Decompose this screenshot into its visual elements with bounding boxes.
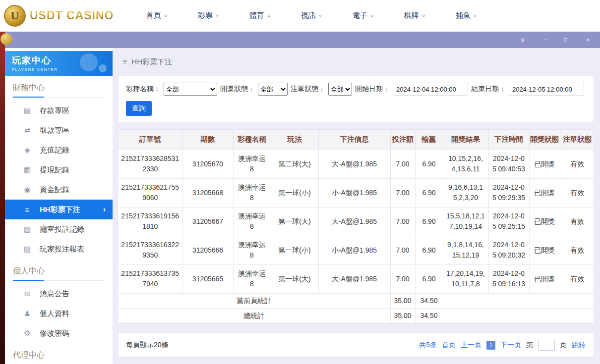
next-page-link[interactable]: 下一页 [500, 341, 521, 350]
table-cell: 小-A盤@1.985 [318, 178, 390, 207]
sidebar-item-announcements[interactable]: ✉消息公告 [5, 284, 113, 304]
table-cell: 17,20,14,19,10,11,7,8 [443, 264, 488, 293]
chevron-down-icon: ∨ [318, 13, 322, 18]
sidebar-item-label: 資金記錄 [40, 185, 69, 195]
column-header: 下注信息 [318, 130, 390, 150]
sidebar-item-hall-bet-records[interactable]: ▧廳室投註記錄 [5, 219, 113, 239]
table-cell: 15,5,18,12,17,10,19,14 [443, 207, 488, 236]
nav-item-3[interactable]: 體育∨ [234, 11, 286, 20]
draw-status-select[interactable]: 全部 [258, 83, 288, 96]
table-cell: 有效 [560, 264, 594, 293]
menu-icon[interactable]: ≡ [122, 57, 127, 66]
app-window: ∨ − □ × 玩家中心 PLAYERS CENTER 財務中心▤存款專區⇄取款… [5, 32, 600, 364]
window-maximize-icon[interactable]: □ [562, 37, 570, 43]
withdraw-icon: ⇄ [23, 126, 32, 135]
sidebar-item-deposit[interactable]: ▤存款專區 [5, 101, 113, 120]
jump-button[interactable]: 跳转 [572, 341, 586, 350]
main-nav: 首頁∨彩票∨體育∨視訊∨電子∨棋牌∨捕魚∨ [131, 11, 590, 20]
table-cell: 已開獎 [529, 207, 560, 236]
table-cell: 澳洲幸运8 [233, 264, 271, 293]
prev-page-link[interactable]: 上一页 [461, 341, 481, 350]
current-page-badge[interactable]: 1 [486, 341, 495, 350]
sidebar-item-label: 取款專區 [40, 126, 69, 135]
main-content: ≡ HH彩票下注 彩種名稱： 全部 開獎狀態： 全部 [113, 48, 600, 364]
window-minimize-icon[interactable]: − [540, 37, 548, 43]
table-cell: 31205668 [182, 178, 233, 207]
table-cell: 2024-12-05 09:16:13 [488, 264, 529, 293]
table-cell: 10,15,2,16,4,13,6,11 [443, 150, 488, 178]
table-cell: 小-A盤@1.985 [318, 236, 390, 264]
nav-item-label: 彩票 [198, 11, 213, 20]
deposit-icon: ▤ [23, 106, 32, 115]
table-cell: 有效 [560, 150, 594, 178]
sidebar-item-cashout-record[interactable]: ▦提現記錄 [5, 160, 113, 180]
player-bet-report-icon: ▨ [23, 245, 32, 254]
sidebar-item-hh-lottery-bets[interactable]: ≡HH彩票下注› [5, 200, 113, 219]
table-cell: 2152173336217559060 [118, 178, 182, 207]
table-cell: 2152173336163229350 [118, 236, 182, 264]
nav-item-6[interactable]: 棋牌∨ [389, 11, 440, 20]
start-date-label: 開始日期： [355, 85, 390, 94]
sidebar-item-funds-record[interactable]: ◉資金記錄 [5, 180, 113, 200]
page: U USDT CASINO 首頁∨彩票∨體育∨視訊∨電子∨棋牌∨捕魚∨ ∨ − … [0, 0, 600, 364]
table-row: 215217333613735794031205665澳洲幸运8第一球(大)大-… [118, 264, 594, 293]
table-cell: 7.00 [390, 236, 415, 264]
chevron-down-icon: ∨ [266, 13, 271, 18]
table-row: 215217333619156181031205667澳洲幸运8第一球(大)大-… [118, 207, 594, 236]
start-date-input[interactable] [393, 83, 468, 96]
draw-status-label: 開獎狀態： [220, 85, 255, 94]
logo-text: USDT CASINO [30, 9, 114, 22]
sidebar-section-title: 財務中心 [13, 83, 105, 98]
table-cell: 7.00 [390, 207, 415, 236]
profile-icon: ♟ [23, 309, 32, 318]
hall-bet-records-icon: ▧ [23, 225, 32, 234]
table-cell: 已開獎 [529, 264, 560, 293]
table-cell: 大-A盤@1.985 [318, 207, 390, 236]
table-header-row: 訂單號期數彩種名稱玩法下注信息投注額輸贏開獎結果下注時間開獎狀態注單狀態 [118, 130, 594, 150]
nav-item-label: 體育 [249, 11, 264, 20]
table-cell: 6.90 [415, 236, 443, 264]
summary-label: 當前頁統計 [118, 293, 390, 308]
sidebar-item-profile[interactable]: ♟個人資料 [5, 304, 113, 323]
nav-item-5[interactable]: 電子∨ [337, 11, 389, 20]
table-cell: 2024-12-05 09:29:35 [488, 178, 529, 207]
sidebar-item-recharge-record[interactable]: ◈充值記錄 [5, 140, 113, 160]
search-button[interactable]: 查詢 [126, 101, 152, 116]
window-dropdown-icon[interactable]: ∨ [519, 37, 527, 43]
first-page-link[interactable]: 首页 [442, 341, 456, 350]
nav-item-1[interactable]: 首頁∨ [131, 11, 182, 20]
password-gear-icon: ⚙ [23, 329, 32, 338]
site-logo[interactable]: U USDT CASINO [4, 5, 116, 27]
coin-logo-icon: U [4, 5, 26, 27]
sidebar-sections: 財務中心▤存款專區⇄取款專區◈充值記錄▦提現記錄◉資金記錄≡HH彩票下注›▧廳室… [5, 83, 113, 364]
column-header: 開獎狀態 [529, 130, 560, 150]
page-size-text: 每頁顯示20條 [126, 341, 169, 350]
nav-item-4[interactable]: 視訊∨ [286, 11, 337, 20]
order-status-label: 注單狀態： [291, 85, 325, 94]
lottery-name-select[interactable]: 全部 [164, 83, 217, 96]
table-cell: 9,16,6,13,15,2,3,20 [443, 178, 488, 207]
column-header: 注單狀態 [560, 130, 594, 150]
sidebar-item-label: 廳室投註記錄 [40, 225, 84, 234]
sidebar-item-player-bet-report[interactable]: ▨玩家投注報表 [5, 239, 113, 259]
nav-item-2[interactable]: 彩票∨ [182, 11, 234, 20]
table-footer: 每頁顯示20條 共5条 首页 上一页 1 下一页 第 页 跳转 [118, 333, 594, 358]
page-jump-input[interactable] [538, 340, 555, 351]
sidebar-item-label: 玩家投注報表 [40, 245, 84, 254]
chevron-down-icon: ∨ [369, 13, 374, 18]
end-date-input[interactable] [509, 83, 584, 96]
window-titlebar: ∨ − □ × [5, 32, 600, 48]
order-status-select[interactable]: 全部 [328, 83, 352, 96]
window-close-icon[interactable]: × [584, 37, 592, 43]
sidebar-section-items: ✉消息公告♟個人資料⚙修改密碼 [5, 284, 113, 343]
background-logo-peek-icon [0, 33, 12, 45]
table-cell: 6.90 [415, 150, 443, 178]
sidebar: 玩家中心 PLAYERS CENTER 財務中心▤存款專區⇄取款專區◈充值記錄▦… [5, 48, 113, 364]
sidebar-item-change-password[interactable]: ⚙修改密碼 [5, 323, 113, 343]
sidebar-item-withdraw[interactable]: ⇄取款專區 [5, 120, 113, 140]
nav-item-7[interactable]: 捕魚∨ [440, 11, 492, 20]
table-cell: 9,1,8,14,16,15,12,19 [443, 236, 488, 264]
players-center-subtitle: PLAYERS CENTER [12, 67, 113, 72]
announcement-icon: ✉ [23, 289, 32, 298]
table-cell: 有效 [560, 236, 594, 264]
